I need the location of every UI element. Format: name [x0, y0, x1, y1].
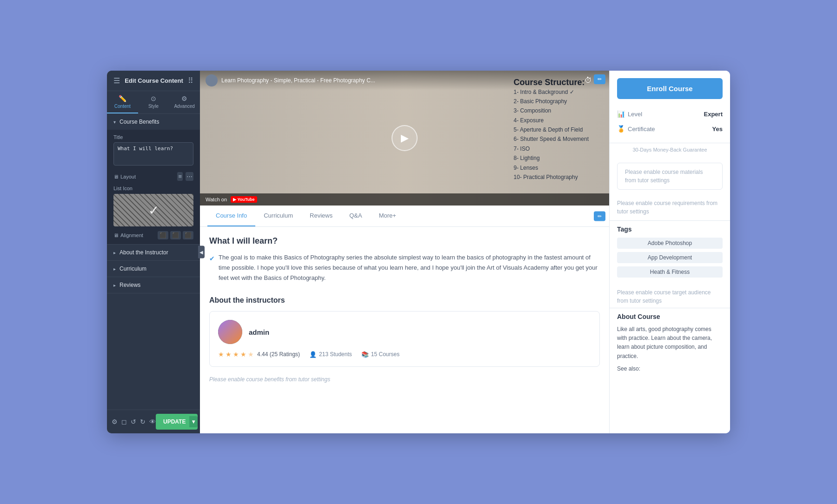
- update-arrow-icon[interactable]: ▾: [189, 416, 198, 427]
- eye-footer-icon[interactable]: 👁: [149, 418, 156, 425]
- course-meta: 📊 Level Expert 🏅 Certificate Yes: [610, 106, 730, 143]
- instructors-title: About the instructors: [209, 296, 600, 305]
- course-body: What I will learn? ✔ The goal is to make…: [200, 227, 609, 433]
- video-avatar: [206, 74, 218, 86]
- sidebar-content: ▾ Course Benefits Title What I will lear…: [107, 114, 200, 410]
- star-5-half: ★: [248, 351, 254, 358]
- tab-qa[interactable]: Q&A: [341, 206, 370, 226]
- tab-curriculum[interactable]: Curriculum: [255, 206, 301, 226]
- see-also: See also:: [617, 365, 723, 372]
- course-list-item-7: 7- ISO: [514, 144, 589, 153]
- about-course-title: About Course: [617, 313, 723, 320]
- courses-icon: 📚: [361, 351, 369, 358]
- money-back-note: 30-Days Money-Back Guarantee: [610, 143, 730, 158]
- settings-footer-icon[interactable]: ⚙: [112, 418, 118, 425]
- certificate-value: Yes: [712, 126, 723, 133]
- tab-content[interactable]: ✏️ Content: [107, 91, 138, 113]
- tabs-edit-button[interactable]: ✏: [594, 211, 605, 221]
- star-1: ★: [218, 351, 224, 358]
- menu-icon[interactable]: ☰: [113, 76, 120, 85]
- undo-footer-icon[interactable]: ↺: [131, 418, 136, 425]
- star-4: ★: [240, 351, 246, 358]
- students-count: 213 Students: [319, 351, 352, 358]
- tag-app-development[interactable]: App Development: [617, 252, 723, 263]
- tab-reviews[interactable]: Reviews: [301, 206, 341, 226]
- checkmark-icon: ✓: [148, 203, 159, 218]
- star-2: ★: [226, 351, 232, 358]
- copy-footer-icon[interactable]: ◻: [121, 418, 127, 425]
- video-edit-button[interactable]: ✏: [594, 74, 605, 84]
- enroll-button[interactable]: Enroll Course: [617, 78, 723, 99]
- update-button[interactable]: UPDATE ▾: [156, 414, 198, 430]
- video-thumbnail: Learn Photography - Simple, Practical - …: [200, 71, 609, 206]
- grid-icon[interactable]: ⠿: [188, 76, 193, 85]
- list-view-icon[interactable]: ≡: [177, 172, 183, 181]
- align-center-btn[interactable]: ⬛: [170, 231, 181, 239]
- benefits-note: Please enable course benefits from tutor…: [209, 376, 600, 383]
- section-about-instructor-header[interactable]: ▸ About the Instructor: [107, 245, 200, 260]
- video-bar-left: Learn Photography - Simple, Practical - …: [206, 74, 375, 86]
- learn-description-text: The goal is to make this Basics of Photo…: [219, 252, 600, 283]
- course-list-item-1: 1- Intro & Background ✓: [514, 87, 589, 97]
- align-right-btn[interactable]: ⬛: [183, 231, 193, 239]
- instructor-card: admin ★ ★ ★ ★ ★ 4.44 (25 Ratings) 👤: [209, 311, 600, 367]
- audience-note: Please enable course target audience fro…: [610, 285, 730, 308]
- youtube-logo[interactable]: ▶ YouTube: [231, 196, 257, 203]
- sidebar-collapse-button[interactable]: ◀: [198, 246, 205, 259]
- section-reviews-header[interactable]: ▸ Reviews: [107, 277, 200, 293]
- course-list-item-2: 2- Basic Photography: [514, 97, 589, 106]
- instructor-name: admin: [249, 328, 269, 336]
- style-icon: ⊙: [151, 95, 156, 102]
- monitor-small-icon: 🖥: [113, 232, 119, 238]
- course-list-item-10: 10- Practical Photography: [514, 172, 589, 182]
- alignment-icons: ⬛ ⬛ ⬛: [158, 231, 193, 239]
- grid-view-icon[interactable]: ⋯: [186, 172, 193, 181]
- watch-on-text: Watch on: [206, 197, 227, 202]
- students-stat: 👤 213 Students: [309, 351, 352, 358]
- title-input[interactable]: What I will learn?: [113, 142, 193, 166]
- align-left-btn[interactable]: ⬛: [158, 231, 168, 239]
- instructor-header: admin: [218, 320, 591, 344]
- section-course-benefits: ▾ Course Benefits Title What I will lear…: [107, 114, 200, 245]
- alignment-row: 🖥 Alignment ⬛ ⬛ ⬛: [113, 231, 193, 239]
- section-course-benefits-header[interactable]: ▾ Course Benefits: [107, 114, 200, 130]
- list-icon-preview[interactable]: ✓: [113, 194, 193, 226]
- tab-course-info[interactable]: Course Info: [207, 206, 255, 226]
- tab-more[interactable]: More+: [371, 206, 405, 226]
- level-label: 📊 Level: [617, 110, 642, 118]
- course-benefits-body: Title What I will learn? 🖥 Layout ≡ ⋯ Li…: [107, 130, 200, 244]
- course-list-item-6: 6- Shutter Speed & Movement: [514, 134, 589, 144]
- course-structure-title: Course Structure:: [514, 78, 589, 87]
- about-course-text: Like all arts, good photography comes wi…: [617, 325, 723, 361]
- chevron-down-icon: ▾: [113, 119, 116, 125]
- redo-footer-icon[interactable]: ↻: [140, 418, 146, 425]
- chevron-right-icon3: ▸: [113, 283, 116, 288]
- tag-adobe-photoshop[interactable]: Adobe Photoshop: [617, 238, 723, 249]
- section-curriculum-header[interactable]: ▸ Curriculum: [107, 261, 200, 277]
- instructors-section: About the instructors admin ★ ★ ★ ★: [209, 296, 600, 367]
- video-bar-title: Learn Photography - Simple, Practical - …: [221, 77, 375, 84]
- play-button[interactable]: ▶: [392, 125, 418, 151]
- tab-advanced[interactable]: ⚙ Advanced: [169, 91, 200, 113]
- level-value: Expert: [704, 111, 723, 118]
- instructor-avatar: [218, 320, 242, 344]
- sidebar-footer: ⚙ ◻ ↺ ↻ 👁 UPDATE ▾: [107, 410, 200, 433]
- video-bottom-bar: Watch on ▶ YouTube: [200, 193, 609, 206]
- left-sidebar: ☰ Edit Course Content ⠿ ✏️ Content ⊙ Sty…: [107, 71, 200, 433]
- main-content: Learn Photography - Simple, Practical - …: [200, 71, 609, 433]
- students-icon: 👤: [309, 351, 317, 358]
- certificate-label: 🏅 Certificate: [617, 125, 655, 133]
- tab-style[interactable]: ⊙ Style: [138, 91, 169, 113]
- courses-stat: 📚 15 Courses: [361, 351, 399, 358]
- rating-value: 4.44 (25 Ratings): [257, 351, 300, 358]
- course-list: 1- Intro & Background ✓ 2- Basic Photogr…: [514, 87, 589, 182]
- chevron-right-icon2: ▸: [113, 266, 116, 272]
- course-list-item-8: 8- Lighting: [514, 153, 589, 163]
- learn-title: What I will learn?: [209, 236, 600, 246]
- level-icon: 📊: [617, 110, 625, 118]
- instructor-stats: ★ ★ ★ ★ ★ 4.44 (25 Ratings) 👤 213 Studen…: [218, 351, 591, 358]
- advanced-icon: ⚙: [181, 95, 187, 102]
- course-structure-overlay: Course Structure: 1- Intro & Background …: [514, 78, 589, 182]
- list-icon-label: List Icon: [113, 186, 193, 191]
- tag-heath-fitness[interactable]: Heath & Fitness: [617, 266, 723, 278]
